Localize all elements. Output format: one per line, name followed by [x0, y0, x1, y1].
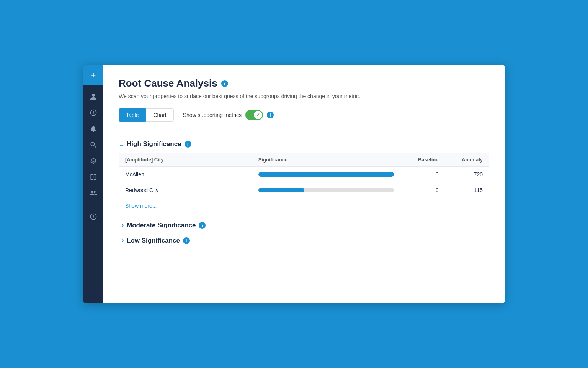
show-more-link[interactable]: Show more... — [119, 198, 489, 214]
section-low-info-icon[interactable]: i — [183, 237, 190, 244]
page-title-text: Root Cause Analysis — [119, 77, 217, 89]
tab-table[interactable]: Table — [119, 108, 146, 122]
chevron-right-icon: ⌄ — [118, 223, 125, 228]
sidebar-item-analytics[interactable] — [87, 106, 100, 120]
col-header-anomaly: Anomaly — [444, 153, 489, 167]
significance-bar-fill — [258, 172, 394, 177]
cell-anomaly: 720 — [444, 167, 489, 182]
section-moderate-info-icon[interactable]: i — [199, 222, 206, 229]
cell-baseline: 0 — [400, 182, 444, 198]
high-significance-table: [Amplitude] City Significance Baseline A… — [119, 153, 489, 214]
section-moderate-title: Moderate Significance — [127, 222, 196, 229]
section-moderate-header[interactable]: ⌄ Moderate Significance i — [119, 222, 489, 229]
significance-bar — [258, 172, 394, 177]
toggle-check-icon: ✓ — [256, 112, 260, 118]
tab-bar: Table Chart Show supporting metrics ✓ i — [119, 108, 489, 122]
cell-significance — [252, 167, 400, 182]
sidebar-item-notifications[interactable] — [87, 122, 100, 136]
sidebar-nav — [87, 85, 100, 303]
section-high-info-icon[interactable]: i — [185, 141, 191, 148]
sidebar-item-settings[interactable] — [87, 210, 100, 223]
section-moderate-significance: ⌄ Moderate Significance i — [119, 222, 489, 229]
sidebar-item-users[interactable] — [87, 186, 100, 200]
cell-city: Redwood City — [119, 182, 252, 198]
chevron-down-icon: ⌄ — [119, 141, 124, 148]
significance-bar — [258, 188, 394, 192]
col-header-baseline: Baseline — [400, 153, 444, 167]
supporting-metrics-label: Show supporting metrics — [183, 112, 242, 118]
section-high-significance: ⌄ High Significance i [Amplitude] City S… — [119, 140, 489, 214]
supporting-metrics-info-icon[interactable]: i — [267, 112, 274, 118]
significance-bar-fill — [258, 188, 305, 192]
tab-chart[interactable]: Chart — [146, 108, 173, 122]
show-more-row: Show more... — [119, 198, 489, 214]
sidebar-item-user[interactable] — [87, 90, 100, 104]
table-header-row: [Amplitude] City Significance Baseline A… — [119, 153, 489, 167]
cell-significance — [252, 182, 400, 198]
cell-anomaly: 115 — [444, 182, 489, 198]
table-row: McAllen0720 — [119, 167, 489, 182]
col-header-city: [Amplitude] City — [119, 153, 252, 167]
supporting-metrics-control: Show supporting metrics ✓ i — [183, 110, 274, 120]
page-subtitle: We scan your properties to surface our b… — [119, 93, 489, 99]
sidebar-item-layers[interactable] — [87, 154, 100, 168]
page-title-container: Root Cause Analysis i — [119, 77, 489, 89]
section-low-title: Low Significance — [127, 237, 180, 245]
sidebar-item-flows[interactable] — [87, 170, 100, 184]
cell-baseline: 0 — [400, 167, 444, 182]
add-icon: + — [91, 71, 96, 79]
cell-city: McAllen — [119, 167, 252, 182]
sidebar-divider — [87, 205, 100, 205]
supporting-metrics-toggle[interactable]: ✓ — [245, 110, 263, 120]
title-info-icon[interactable]: i — [221, 80, 228, 87]
section-low-header[interactable]: ⌄ Low Significance i — [119, 237, 489, 245]
sidebar-item-search[interactable] — [87, 138, 100, 152]
main-content: Root Cause Analysis i We scan your prope… — [103, 65, 505, 303]
col-header-significance: Significance — [252, 153, 400, 167]
sidebar: + — [83, 65, 103, 303]
toggle-knob: ✓ — [254, 111, 262, 119]
section-low-significance: ⌄ Low Significance i — [119, 237, 489, 245]
chevron-right-icon-low: ⌄ — [118, 238, 125, 243]
table-row: Redwood City0115 — [119, 182, 489, 198]
sidebar-add-button[interactable]: + — [83, 65, 103, 85]
tab-divider — [119, 131, 489, 131]
section-high-title: High Significance — [127, 140, 181, 148]
section-high-header[interactable]: ⌄ High Significance i — [119, 140, 489, 148]
